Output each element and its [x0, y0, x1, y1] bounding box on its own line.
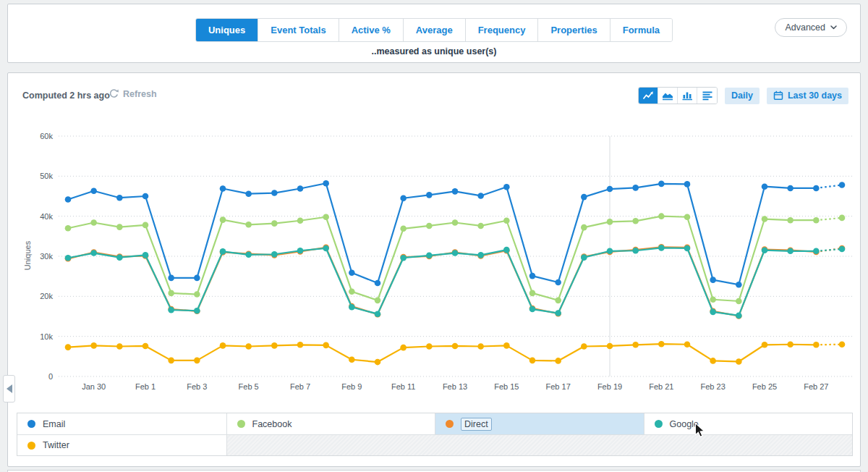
date-range-button[interactable]: Last 30 days: [767, 88, 848, 104]
legend-label: Direct: [461, 418, 492, 431]
advanced-button[interactable]: Advanced: [775, 18, 847, 37]
area-chart-type-button[interactable]: [658, 88, 678, 104]
y-tick-label: 10k: [40, 332, 53, 341]
chart-controls: Daily Last 30 days: [638, 87, 848, 104]
x-tick-label: Feb 1: [135, 382, 156, 391]
series-color-dot: [27, 420, 35, 428]
x-tick-label: Feb 25: [752, 382, 777, 391]
x-tick-label: Feb 27: [804, 382, 828, 391]
refresh-label: Refresh: [123, 89, 157, 99]
legend-label: Twitter: [43, 440, 69, 450]
series-color-dot: [237, 420, 245, 428]
series-google: [65, 245, 846, 319]
dashboard-page: Uniques Event Totals Active % Average Fr…: [0, 0, 868, 472]
x-tick-label: Feb 7: [290, 382, 310, 391]
legend-item-direct[interactable]: Direct: [435, 413, 644, 434]
horizontal-bars-type-button[interactable]: [697, 88, 717, 104]
line-chart-type-button[interactable]: [639, 88, 658, 104]
legend-item-twitter[interactable]: Twitter: [17, 435, 226, 455]
refresh-button[interactable]: Refresh: [109, 88, 157, 99]
series-color-dot: [655, 420, 663, 428]
x-tick-label: Jan 30: [82, 382, 106, 391]
x-tick-label: Feb 13: [443, 382, 467, 391]
legend-label: Google: [670, 419, 699, 429]
x-tick-label: Feb 9: [341, 382, 362, 391]
chart-card: Computed 2 hrs ago Refresh: [7, 72, 861, 467]
x-tick-label: Feb 17: [546, 382, 571, 391]
metric-subtitle: ..measured as unique user(s): [8, 46, 860, 56]
y-tick-label: 30k: [40, 252, 53, 261]
legend-row-1: EmailFacebookDirectGoogle: [17, 413, 852, 434]
x-tick-label: Feb 19: [597, 382, 622, 391]
bar-chart-type-button[interactable]: [678, 88, 697, 104]
bar-chart-icon: [681, 90, 693, 101]
interval-daily-button[interactable]: Daily: [725, 88, 760, 104]
tab-event-totals[interactable]: Event Totals: [258, 19, 339, 41]
chevron-down-icon: [830, 25, 837, 30]
x-tick-label: Feb 23: [701, 382, 726, 391]
metric-tabs: Uniques Event Totals Active % Average Fr…: [195, 18, 673, 42]
calendar-icon: [773, 90, 783, 101]
x-tick-label: Feb 3: [187, 382, 207, 391]
x-tick-label: Feb 5: [239, 382, 259, 391]
advanced-label: Advanced: [785, 22, 825, 33]
y-tick-label: 40k: [40, 212, 53, 221]
y-tick-label: 0: [48, 372, 53, 381]
tab-formula[interactable]: Formula: [610, 19, 672, 41]
y-tick-label: 60k: [40, 132, 53, 140]
legend-label: Facebook: [252, 419, 292, 429]
refresh-icon: [109, 88, 119, 99]
y-tick-label: 50k: [40, 172, 53, 180]
x-tick-label: Feb 21: [649, 382, 673, 391]
y-tick-label: 20k: [40, 292, 53, 300]
series-twitter: [65, 341, 846, 366]
tab-active-percent[interactable]: Active %: [339, 19, 404, 41]
legend-item-email[interactable]: Email: [17, 413, 226, 434]
line-chart-icon: [642, 90, 654, 101]
area-chart-icon: [662, 90, 673, 101]
x-tick-label: Feb 11: [391, 382, 415, 391]
series-color-dot: [446, 420, 454, 428]
legend-table: EmailFacebookDirectGoogle Twitter: [17, 413, 853, 456]
uniques-line-chart[interactable]: 010k20k30k40k50k60kJan 30Feb 1Feb 3Feb 5…: [30, 124, 861, 406]
legend-row-2: Twitter: [17, 434, 852, 455]
interval-label: Daily: [731, 90, 753, 101]
series-email: [65, 180, 846, 288]
series-color-dot: [27, 442, 35, 450]
legend-item-google[interactable]: Google: [644, 413, 853, 434]
triangle-left-icon: [7, 384, 12, 393]
chart-type-switcher: [638, 87, 718, 104]
computed-timestamp: Computed 2 hrs ago: [22, 90, 110, 101]
legend-empty-area: [226, 435, 853, 455]
tab-properties[interactable]: Properties: [538, 19, 610, 41]
tab-frequency[interactable]: Frequency: [466, 19, 539, 41]
legend-item-facebook[interactable]: Facebook: [226, 413, 435, 434]
metric-tabs-card: Uniques Event Totals Active % Average Fr…: [7, 4, 861, 63]
horizontal-bars-icon: [702, 90, 713, 101]
date-range-label: Last 30 days: [788, 90, 842, 101]
x-tick-label: Feb 15: [494, 382, 519, 391]
tab-uniques[interactable]: Uniques: [196, 19, 258, 41]
series-facebook: [65, 213, 846, 304]
tab-average[interactable]: Average: [404, 19, 466, 41]
collapse-panel-handle[interactable]: [3, 375, 15, 403]
legend-label: Email: [43, 419, 65, 429]
